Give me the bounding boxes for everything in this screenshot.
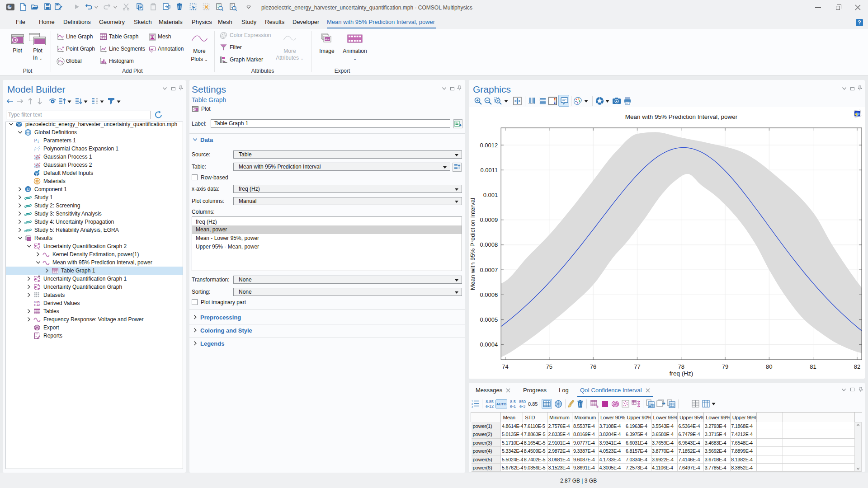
svg-text:3: 3 [472, 405, 473, 408]
svg-text:74: 74 [502, 363, 508, 370]
svg-text:0.001: 0.001 [483, 192, 498, 198]
svg-text:78: 78 [678, 363, 684, 370]
svg-text:79: 79 [722, 363, 728, 370]
svg-text:0.0012: 0.0012 [480, 142, 498, 149]
svg-text:76: 76 [590, 363, 596, 370]
svg-text:0.0011: 0.0011 [480, 167, 498, 174]
svg-text:0.0007: 0.0007 [480, 267, 498, 273]
svg-text:freq (Hz): freq (Hz) [670, 370, 693, 377]
svg-text:80: 80 [766, 363, 772, 370]
svg-text:82: 82 [854, 363, 860, 370]
svg-text:81: 81 [810, 363, 816, 370]
svg-text:0.0008: 0.0008 [480, 241, 498, 248]
svg-text:Mean with 95% Prediction Inter: Mean with 95% Prediction Interval [469, 198, 476, 290]
svg-text:0.0009: 0.0009 [480, 216, 498, 223]
svg-text:77: 77 [634, 363, 640, 370]
svg-text:0.0004: 0.0004 [480, 341, 498, 348]
svg-text:0.0005: 0.0005 [480, 316, 498, 323]
svg-text:75: 75 [546, 363, 552, 370]
svg-text:Mean with 95% Prediction Inter: Mean with 95% Prediction Interval, power [625, 113, 738, 120]
svg-text:0.0006: 0.0006 [480, 291, 498, 298]
